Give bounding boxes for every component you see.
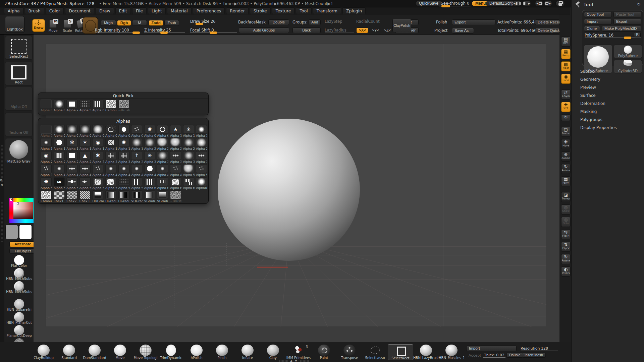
delete-quicksave-button[interactable]: Delete QuickSav [535,28,560,34]
brush-item[interactable]: Inflate [235,344,260,360]
move-mode-button[interactable]: MMove [47,20,59,33]
alpha-thumbnail[interactable] [170,138,181,147]
alpha-item[interactable]: Alpha 4 [79,164,91,177]
texture-picker[interactable]: Texture Off [5,113,33,136]
scale-mode-button[interactable]: SScale [61,20,73,33]
right-shelf-button[interactable]: ◪ Transp [561,192,571,202]
right-shelf-button[interactable]: ▦ Persp [561,49,571,59]
alpha-thumbnail[interactable] [131,164,142,173]
tool-slot-slider[interactable]: PolySphere. 16 R [585,33,641,38]
alpha-thumbnail[interactable] [105,190,116,199]
alpha-item[interactable]: Alpha 6 [183,177,195,190]
alpha-item[interactable]: Camou [41,190,52,203]
alpha-thumbnail[interactable]: ✻ [66,138,77,147]
alpha-item[interactable]: Alpha 2 [196,138,207,150]
alpha-picker[interactable]: Alpha Off [5,87,33,111]
alpha-thumbnail[interactable] [157,125,168,134]
right-shelf-button[interactable]: ✚ Move [561,139,571,149]
tool-panel-header[interactable]: Tool ↻ [572,0,644,9]
brush-item[interactable]: Standard [56,344,82,360]
alpha-thumbnail[interactable] [41,164,52,173]
alpha-thumbnail[interactable] [157,138,168,147]
menu-item[interactable]: Stroke [250,7,271,14]
alpha-item[interactable]: Alpha 6 [92,100,104,112]
alpha-item[interactable]: Alpha 3 [157,151,168,164]
alpha-thumbnail[interactable] [66,164,77,173]
mirror-y-button[interactable]: >Y< [370,27,380,33]
fill-object-button[interactable]: FillObject [9,248,36,254]
draw-size-slider[interactable]: Draw Size 26 [190,19,237,24]
alpha-item[interactable]: Alpha0 [196,177,207,190]
alpha-thumbnail[interactable]: ↑ [131,151,142,160]
see-through-slider[interactable]: See-through 0 [439,1,471,6]
material-item[interactable]: PlanarCutDeep [5,325,33,338]
alpha-thumbnail[interactable] [79,125,91,134]
alpha-thumbnail[interactable]: ✳ [183,125,194,134]
alpha-item[interactable]: Alpha 1 [41,138,52,150]
alpha-thumbnail[interactable] [79,190,91,199]
alpha-item[interactable]: Alpha 2 [66,151,78,164]
draw-mode-button[interactable]: Draw [32,19,45,32]
alpha-item[interactable]: Alpha 0 [105,125,117,137]
right-shelf-button[interactable]: ▦ PolyF [561,176,571,186]
alpha-item[interactable]: ✳ Alpha 3 [144,151,156,164]
alpha-item[interactable]: Alpha 5 [79,100,91,112]
back-button[interactable]: Back [292,27,321,33]
resolution-slider[interactable]: Resolution 128 [521,346,558,351]
menu-item[interactable]: Document [65,7,94,14]
alpha-thumbnail[interactable] [41,100,52,108]
alpha-item[interactable]: Alpha 3 [183,151,195,164]
alpha-item[interactable]: ◉ Alpha 1 [92,138,104,150]
alpha-item[interactable]: ✻ Alpha 1 [66,138,78,150]
tray-collapse-icon[interactable]: ▶ [0,178,3,181]
alpha-thumbnail[interactable] [118,125,129,134]
alpha-thumbnail[interactable] [131,190,142,199]
alpha-thumbnail[interactable] [92,177,103,186]
alpha-thumbnail[interactable]: ✺ [144,125,155,134]
alpha-item[interactable]: Alpha 2 [54,151,65,164]
brush-item[interactable]: Clay [260,344,286,360]
alpha-thumbnail[interactable]: ★ [170,125,181,134]
alpha-item[interactable]: Alpha 4 [105,164,117,177]
lightbox-button[interactable]: LightBox [5,16,24,33]
alpha-item[interactable]: ✺ Alpha 0 [144,125,156,137]
alpha-thumbnail[interactable] [196,164,207,173]
alpha-thumbnail[interactable] [196,125,207,134]
double-button[interactable]: Double [268,19,289,25]
right-shelf-button[interactable]: ⇄ L.Sym [561,89,571,100]
alpha-thumbnail[interactable] [196,138,207,147]
brush-item[interactable]: HBN_LazyBrush [413,344,439,360]
zadd-button[interactable]: Zadd [149,20,163,26]
alpha-thumbnail[interactable] [92,100,103,108]
focal-shift-slider[interactable]: Focal Shift 0 [190,28,237,33]
slider-nub[interactable] [441,5,450,7]
alpha-item[interactable]: Alpha 3 [41,164,52,177]
menu-item[interactable]: Transform [313,7,341,14]
material-item[interactable]: HBN_PlanarCut [5,312,33,325]
tool-section-header[interactable]: Surface [580,92,641,100]
menu-item[interactable]: Draw [96,7,114,14]
alpha-item[interactable]: Alpha 0 [54,100,65,112]
alpha-thumbnail[interactable] [170,151,181,160]
slider-nub[interactable] [196,23,203,25]
alpha-thumbnail[interactable] [118,151,129,160]
alpha-item[interactable]: Alpha 4 [131,164,143,177]
tray-scrollbar[interactable]: ▲ ▼ [279,360,316,362]
material-item[interactable]: HBN_MechSubs [5,268,33,281]
brush-item[interactable]: ClayBuildup [31,344,56,360]
backface-mask-label[interactable]: BackfaceMask [238,20,266,24]
alpha-item[interactable]: ✺ Alpha 5 [41,177,52,190]
tool-section-header[interactable]: Display Properties [580,124,641,132]
brush-item[interactable]: Pinch [209,344,235,360]
alpha-item[interactable]: Alpha 5 [131,177,143,190]
alpha-item[interactable]: Alpha 2 [183,138,195,150]
brush-item[interactable]: Move Topologi [133,344,158,360]
alpha-thumbnail[interactable] [79,177,91,186]
brush-item[interactable]: SelectRect [388,344,413,360]
polish-export-button[interactable]: Export [452,19,495,25]
alpha-item[interactable]: ◉ Alpha 2 [41,151,52,164]
alpha-thumbnail[interactable] [118,100,129,108]
alpha-item[interactable]: VGradi [144,190,156,203]
alpha-item[interactable]: Alpha 5 [105,177,117,190]
mirror-x-button[interactable]: >X< [356,27,368,33]
